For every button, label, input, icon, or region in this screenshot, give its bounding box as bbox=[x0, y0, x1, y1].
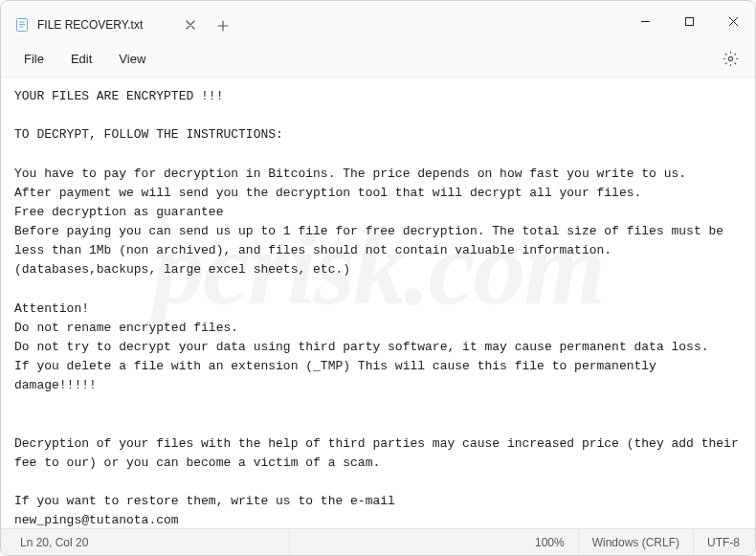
text-editor[interactable]: YOUR FILES ARE ENCRYPTED !!! TO DECRYPT,… bbox=[1, 78, 755, 528]
new-tab-button[interactable] bbox=[208, 11, 238, 41]
settings-button[interactable] bbox=[715, 44, 745, 75]
file-tab[interactable]: FILE RECOVERY.txt bbox=[7, 9, 208, 41]
status-zoom[interactable]: 100% bbox=[522, 529, 579, 555]
svg-rect-4 bbox=[685, 17, 693, 25]
statusbar: Ln 20, Col 20 100% Windows (CRLF) UTF-8 bbox=[1, 528, 755, 555]
maximize-button[interactable] bbox=[667, 1, 711, 41]
tab-title: FILE RECOVERY.txt bbox=[37, 18, 175, 32]
status-line-ending[interactable]: Windows (CRLF) bbox=[579, 529, 694, 555]
window-controls bbox=[623, 1, 755, 41]
menu-view[interactable]: View bbox=[105, 46, 159, 72]
notepad-doc-icon bbox=[14, 17, 30, 33]
document-text: YOUR FILES ARE ENCRYPTED !!! TO DECRYPT,… bbox=[14, 87, 742, 528]
svg-point-5 bbox=[728, 56, 732, 60]
close-tab-button[interactable] bbox=[183, 17, 198, 33]
status-encoding[interactable]: UTF-8 bbox=[694, 529, 753, 555]
close-window-button[interactable] bbox=[711, 1, 755, 41]
status-cursor-position[interactable]: Ln 20, Col 20 bbox=[3, 529, 290, 555]
titlebar: FILE RECOVERY.txt bbox=[1, 1, 755, 41]
tab-strip: FILE RECOVERY.txt bbox=[1, 1, 623, 41]
menu-file[interactable]: File bbox=[11, 46, 57, 72]
menu-edit[interactable]: Edit bbox=[57, 46, 105, 72]
menubar: File Edit View bbox=[1, 41, 755, 78]
minimize-button[interactable] bbox=[623, 1, 667, 41]
